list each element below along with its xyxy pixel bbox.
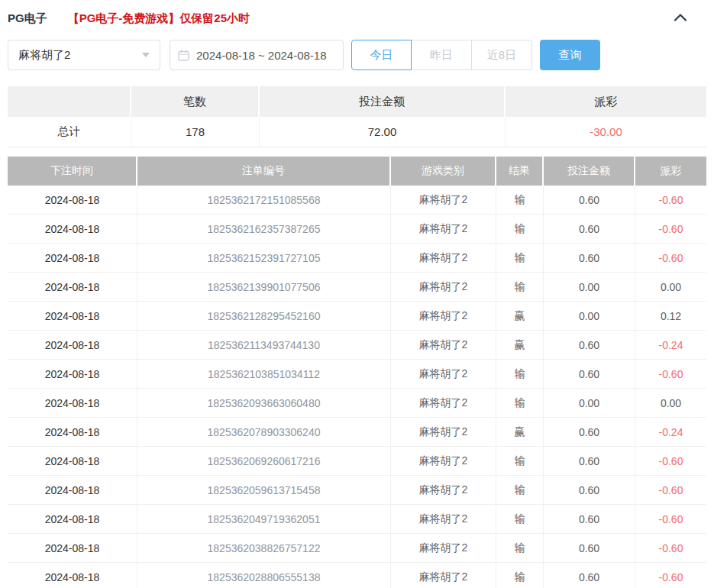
cell-bet-amount: 0.60 bbox=[544, 505, 635, 533]
cell-bet-amount: 0.00 bbox=[544, 302, 635, 330]
cell-bet-id: 1825362113493744130 bbox=[137, 331, 391, 359]
collapse-button[interactable] bbox=[674, 13, 687, 24]
table-row: 2024-08-18 1825362059613715458 麻将胡了2 输 0… bbox=[8, 476, 706, 505]
page: PG电子 【PG电子-免费游戏】仅保留25小时 麻将胡了2 2024-08-18… bbox=[0, 0, 714, 588]
cell-game-type: 麻将胡了2 bbox=[391, 186, 496, 214]
calendar-icon bbox=[178, 50, 189, 61]
cell-bet-id: 1825362139901077506 bbox=[137, 273, 391, 301]
cell-bet-time: 2024-08-18 bbox=[8, 244, 137, 272]
bet-table: 下注时间 注单编号 游戏类别 结果 投注金额 派彩 2024-08-18 182… bbox=[8, 157, 706, 588]
cell-result: 输 bbox=[496, 447, 544, 475]
quick-button-today[interactable]: 今日 bbox=[351, 40, 412, 70]
table-row: 2024-08-18 1825362128295452160 麻将胡了2 赢 0… bbox=[8, 302, 706, 331]
game-select[interactable]: 麻将胡了2 bbox=[8, 40, 160, 70]
cell-bet-amount: 0.60 bbox=[544, 534, 635, 562]
table-row: 2024-08-18 1825362049719362051 麻将胡了2 输 0… bbox=[8, 505, 706, 534]
cell-bet-id: 1825362152391727105 bbox=[137, 244, 391, 272]
cell-game-type: 麻将胡了2 bbox=[391, 505, 496, 533]
cell-bet-amount: 0.60 bbox=[544, 563, 635, 588]
cell-payout: -0.60 bbox=[635, 360, 706, 388]
cell-bet-amount: 0.60 bbox=[544, 215, 635, 243]
cell-bet-time: 2024-08-18 bbox=[8, 186, 137, 214]
header-game-type: 游戏类别 bbox=[391, 157, 496, 186]
cell-bet-time: 2024-08-18 bbox=[8, 302, 137, 330]
summary-total-bet-amount: 72.00 bbox=[260, 117, 506, 147]
cell-result: 输 bbox=[496, 534, 544, 562]
cell-result: 输 bbox=[496, 476, 544, 504]
cell-payout: -0.24 bbox=[635, 418, 706, 446]
chevron-up-icon bbox=[674, 13, 687, 24]
notice-text: 【PG电子-免费游戏】仅保留25小时 bbox=[68, 11, 250, 26]
query-button[interactable]: 查询 bbox=[540, 40, 600, 70]
cell-bet-amount: 0.60 bbox=[544, 447, 635, 475]
cell-game-type: 麻将胡了2 bbox=[391, 418, 496, 446]
cell-payout: -0.60 bbox=[635, 215, 706, 243]
cell-bet-id: 1825362103851034112 bbox=[137, 360, 391, 388]
summary-total-label: 总计 bbox=[8, 117, 131, 147]
cell-game-type: 麻将胡了2 bbox=[391, 360, 496, 388]
cell-game-type: 麻将胡了2 bbox=[391, 244, 496, 272]
cell-result: 输 bbox=[496, 360, 544, 388]
cell-bet-time: 2024-08-18 bbox=[8, 215, 137, 243]
table-row: 2024-08-18 1825362093663060480 麻将胡了2 输 0… bbox=[8, 389, 706, 418]
cell-payout: 0.00 bbox=[635, 273, 706, 301]
summary-header-blank bbox=[8, 86, 131, 117]
cell-result: 输 bbox=[496, 563, 544, 588]
summary-header-count: 笔数 bbox=[131, 86, 260, 117]
cell-result: 输 bbox=[496, 186, 544, 214]
summary-header-bet-amount: 投注金额 bbox=[260, 86, 506, 117]
cell-bet-time: 2024-08-18 bbox=[8, 418, 137, 446]
cell-game-type: 麻将胡了2 bbox=[391, 302, 496, 330]
table-row: 2024-08-18 1825362113493744130 麻将胡了2 赢 0… bbox=[8, 331, 706, 360]
cell-result: 输 bbox=[496, 215, 544, 243]
date-range-input[interactable]: 2024-08-18 ~ 2024-08-18 bbox=[170, 40, 344, 70]
bet-table-header-row: 下注时间 注单编号 游戏类别 结果 投注金额 派彩 bbox=[8, 157, 706, 186]
cell-bet-time: 2024-08-18 bbox=[8, 447, 137, 475]
cell-bet-amount: 0.60 bbox=[544, 418, 635, 446]
cell-bet-amount: 0.60 bbox=[544, 244, 635, 272]
cell-bet-amount: 0.60 bbox=[544, 360, 635, 388]
cell-game-type: 麻将胡了2 bbox=[391, 273, 496, 301]
table-row: 2024-08-18 1825362028806555138 麻将胡了2 输 0… bbox=[8, 563, 706, 588]
header-bet-id: 注单编号 bbox=[137, 157, 391, 186]
cell-result: 输 bbox=[496, 389, 544, 417]
cell-bet-amount: 0.60 bbox=[544, 186, 635, 214]
cell-bet-time: 2024-08-18 bbox=[8, 360, 137, 388]
bet-table-body: 2024-08-18 1825362172151085568 麻将胡了2 输 0… bbox=[8, 186, 706, 588]
cell-game-type: 麻将胡了2 bbox=[391, 215, 496, 243]
table-row: 2024-08-18 1825362103851034112 麻将胡了2 输 0… bbox=[8, 360, 706, 389]
game-select-value: 麻将胡了2 bbox=[18, 48, 70, 63]
cell-bet-id: 1825362093663060480 bbox=[137, 389, 391, 417]
cell-bet-id: 1825362028806555138 bbox=[137, 563, 391, 588]
table-row: 2024-08-18 1825362152391727105 麻将胡了2 输 0… bbox=[8, 244, 706, 273]
cell-result: 赢 bbox=[496, 302, 544, 330]
cell-bet-id: 1825362172151085568 bbox=[137, 186, 391, 214]
table-row: 2024-08-18 1825362139901077506 麻将胡了2 输 0… bbox=[8, 273, 706, 302]
summary-header-row: 笔数 投注金额 派彩 bbox=[8, 86, 706, 117]
cell-bet-time: 2024-08-18 bbox=[8, 389, 137, 417]
cell-payout: -0.60 bbox=[635, 244, 706, 272]
table-row: 2024-08-18 1825362078903306240 麻将胡了2 赢 0… bbox=[8, 418, 706, 447]
filter-bar: 麻将胡了2 2024-08-18 ~ 2024-08-18 今日 昨日 近8日 … bbox=[8, 40, 706, 70]
page-title: PG电子 bbox=[8, 11, 47, 26]
cell-bet-time: 2024-08-18 bbox=[8, 476, 137, 504]
cell-bet-time: 2024-08-18 bbox=[8, 505, 137, 533]
cell-bet-id: 1825362038826757122 bbox=[137, 534, 391, 562]
cell-payout: -0.60 bbox=[635, 476, 706, 504]
cell-game-type: 麻将胡了2 bbox=[391, 563, 496, 588]
cell-bet-time: 2024-08-18 bbox=[8, 273, 137, 301]
header-bet-time: 下注时间 bbox=[8, 157, 137, 186]
cell-payout: -0.60 bbox=[635, 534, 706, 562]
cell-result: 输 bbox=[496, 273, 544, 301]
table-row: 2024-08-18 1825362172151085568 麻将胡了2 输 0… bbox=[8, 186, 706, 215]
cell-bet-id: 1825362078903306240 bbox=[137, 418, 391, 446]
cell-bet-id: 1825362162357387265 bbox=[137, 215, 391, 243]
cell-bet-id: 1825362049719362051 bbox=[137, 505, 391, 533]
summary-total-row: 总计 178 72.00 -30.00 bbox=[8, 117, 706, 147]
cell-result: 赢 bbox=[496, 331, 544, 359]
cell-bet-amount: 0.00 bbox=[544, 273, 635, 301]
quick-button-last8days[interactable]: 近8日 bbox=[472, 40, 532, 70]
section-header: PG电子 【PG电子-免费游戏】仅保留25小时 bbox=[8, 0, 706, 32]
quick-button-yesterday[interactable]: 昨日 bbox=[412, 40, 472, 70]
cell-bet-amount: 0.00 bbox=[544, 389, 635, 417]
